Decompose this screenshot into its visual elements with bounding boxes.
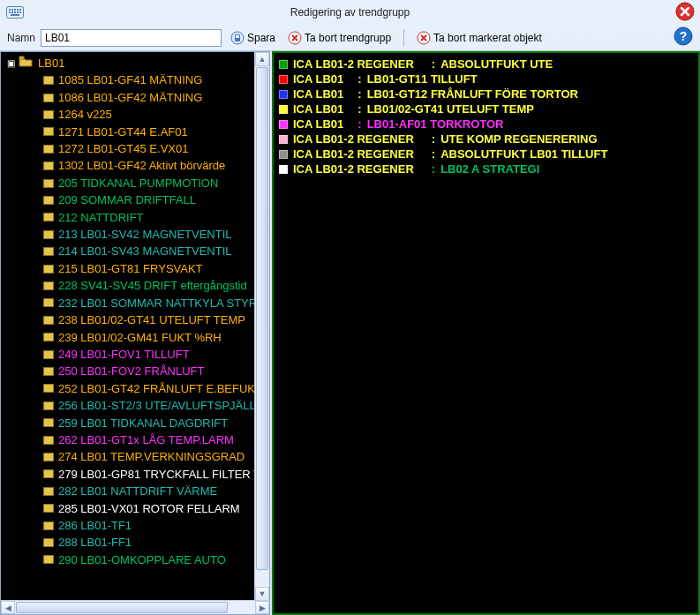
- tree-item[interactable]: 274 LB01 TEMP.VERKNINGSGRAD: [6, 448, 267, 465]
- svg-rect-7: [11, 11, 13, 13]
- list-item-colon: :: [358, 101, 361, 116]
- save-button[interactable]: Spara: [227, 29, 279, 47]
- tree-item[interactable]: 215 LB01-GT81 FRYSVAKT: [6, 260, 267, 277]
- tree-root-label: LB01: [38, 55, 64, 71]
- node-icon: [43, 161, 54, 170]
- list-item-group: ICA LB01-2 REGENER: [293, 146, 414, 161]
- color-swatch: [279, 75, 288, 84]
- tree-item-label: 252 LB01-GT42 FRÅNLUFT E.BEFUKT: [58, 380, 262, 397]
- tree-item[interactable]: 259 LB01 TIDKANAL DAGDRIFT: [6, 415, 267, 431]
- node-icon: [43, 247, 54, 256]
- tree-item-label: 232 LB01 SOMMAR NATTKYLA STYR.: [58, 295, 260, 311]
- color-swatch: [279, 60, 288, 69]
- tree-item[interactable]: 1272 LB01-GT45 E.VX01: [6, 140, 267, 157]
- tree-item[interactable]: 1264 v225: [6, 106, 267, 123]
- tree-item-label: 1085 LB01-GF41 MÄTNING: [58, 71, 202, 88]
- tree-item[interactable]: 213 LB01-SV42 MAGNETVENTIL: [6, 226, 267, 243]
- tree-item[interactable]: 249 LB01-FOV1 TILLUFT: [6, 346, 267, 363]
- node-icon: [43, 384, 54, 393]
- node-icon: [43, 179, 54, 188]
- scroll-thumb-h[interactable]: [16, 602, 228, 613]
- tree-item[interactable]: 205 TIDKANAL PUMPMOTION: [6, 175, 267, 191]
- list-item[interactable]: ICA LB01-2 REGENER: ABSOLUTFUKT UTE: [279, 56, 693, 71]
- tree-item-label: 262 LB01-GT1x LÅG TEMP.LARM: [58, 431, 234, 448]
- list-item[interactable]: ICA LB01: LB01-AF01 TORKROTOR: [279, 116, 693, 131]
- keyboard-icon[interactable]: [5, 4, 25, 20]
- node-icon: [43, 281, 54, 290]
- svg-rect-3: [14, 9, 16, 11]
- list-item-colon: :: [432, 146, 435, 161]
- node-icon: [43, 76, 54, 85]
- delete-object-button[interactable]: Ta bort markerat objekt: [413, 29, 546, 47]
- tree[interactable]: ▣ LB01 1085 LB01-GF41 MÄTNING1086 LB01-G…: [1, 52, 269, 614]
- delete-group-button[interactable]: Ta bort trendgrupp: [284, 29, 395, 47]
- tree-item[interactable]: 1271 LB01-GT44 E.AF01: [6, 124, 267, 140]
- node-icon: [43, 230, 54, 239]
- svg-rect-11: [11, 14, 19, 16]
- scroll-right-icon[interactable]: ▶: [255, 601, 269, 614]
- horizontal-scrollbar[interactable]: ◀ ▶: [1, 600, 269, 614]
- save-icon: [230, 31, 245, 45]
- save-label: Spara: [247, 32, 275, 44]
- tree-item[interactable]: 214 LB01-SV43 MAGNETVENTIL: [6, 243, 267, 259]
- list-item[interactable]: ICA LB01-2 REGENER: ABSOLUTFUKT LB01 TIL…: [279, 146, 693, 161]
- tree-item[interactable]: 209 SOMMAR DRIFTFALL: [6, 191, 267, 208]
- node-icon: [43, 453, 54, 461]
- tree-item-label: 250 LB01-FOV2 FRÅNLUFT: [58, 363, 204, 379]
- tree-item-label: 213 LB01-SV42 MAGNETVENTIL: [58, 226, 232, 243]
- scroll-up-icon[interactable]: ▲: [255, 52, 269, 66]
- tree-root[interactable]: ▣ LB01: [6, 55, 267, 71]
- list-item[interactable]: ICA LB01: LB01/02-GT41 UTELUFT TEMP: [279, 101, 693, 116]
- list-item-value: LB01/02-GT41 UTELUFT TEMP: [367, 101, 534, 116]
- window-title: Redigering av trendgrupp: [0, 6, 700, 19]
- delete-group-label: Ta bort trendgrupp: [305, 32, 391, 44]
- tree-item-label: 288 LB01-FF1: [58, 534, 132, 551]
- scroll-left-icon[interactable]: ◀: [1, 601, 15, 614]
- node-icon: [43, 418, 54, 427]
- tree-item-label: 282 LB01 NATTDRIFT VÄRME: [58, 483, 217, 499]
- help-icon[interactable]: ?: [674, 26, 693, 49]
- tree-item[interactable]: 228 SV41-SV45 DRIFT eftergångstid: [6, 277, 267, 294]
- svg-rect-5: [19, 9, 21, 11]
- list-item[interactable]: ICA LB01-2 REGENER: UTE KOMP REGENERERIN…: [279, 131, 693, 146]
- tree-item-label: 1302 LB01-GF42 Aktivt börvärde: [58, 157, 225, 174]
- color-swatch: [279, 165, 288, 174]
- tree-item[interactable]: 250 LB01-FOV2 FRÅNLUFT: [6, 363, 267, 379]
- tree-item[interactable]: 288 LB01-FF1: [6, 534, 267, 551]
- tree-item[interactable]: 1302 LB01-GF42 Aktivt börvärde: [6, 157, 267, 174]
- tree-item[interactable]: 279 LB01-GP81 TRYCKFALL FILTER T: [6, 466, 267, 483]
- vertical-scrollbar[interactable]: ▲ ▼: [254, 52, 269, 601]
- delete-group-icon: [288, 31, 302, 45]
- tree-item[interactable]: 290 LB01-OMKOPPLARE AUTO: [6, 551, 267, 568]
- tree-item[interactable]: 252 LB01-GT42 FRÅNLUFT E.BEFUKT: [6, 380, 267, 397]
- tree-item[interactable]: 262 LB01-GT1x LÅG TEMP.LARM: [6, 431, 267, 448]
- tree-item[interactable]: 239 LB01/02-GM41 FUKT %RH: [6, 329, 267, 346]
- name-input[interactable]: [41, 29, 222, 47]
- tree-item[interactable]: 1085 LB01-GF41 MÄTNING: [6, 71, 267, 88]
- tree-item[interactable]: 238 LB01/02-GT41 UTELUFT TEMP: [6, 311, 267, 328]
- titlebar: Redigering av trendgrupp: [0, 0, 700, 25]
- list-item[interactable]: ICA LB01: LB01-GT11 TILLUFT: [279, 71, 693, 86]
- tree-item[interactable]: 256 LB01-ST2/3 UTE/AVLUFTSPJÄLL: [6, 397, 267, 414]
- list-item-group: ICA LB01: [293, 71, 343, 86]
- scroll-down-icon[interactable]: ▼: [255, 587, 269, 601]
- node-icon: [43, 436, 54, 445]
- close-icon[interactable]: [675, 2, 695, 24]
- node-icon: [43, 401, 54, 410]
- list-item[interactable]: ICA LB01: LB01-GT12 FRÅNLUFT FÖRE TORTOR: [279, 86, 693, 101]
- tree-item[interactable]: 286 LB01-TF1: [6, 517, 267, 534]
- svg-rect-4: [17, 9, 19, 11]
- tree-item[interactable]: 232 LB01 SOMMAR NATTKYLA STYR.: [6, 295, 267, 311]
- tree-item[interactable]: 282 LB01 NATTDRIFT VÄRME: [6, 483, 267, 499]
- right-list[interactable]: ICA LB01-2 REGENER: ABSOLUTFUKT UTEICA L…: [274, 53, 698, 180]
- tree-item[interactable]: 212 NATTDRIFT: [6, 209, 267, 226]
- tree-item[interactable]: 1086 LB01-GF42 MÄTNING: [6, 89, 267, 106]
- list-item-value: UTE KOMP REGENERERING: [440, 131, 597, 146]
- scroll-thumb-v[interactable]: [256, 67, 268, 570]
- list-item[interactable]: ICA LB01-2 REGENER: LB02 A STRATEGI: [279, 161, 693, 176]
- node-icon: [43, 213, 54, 221]
- tree-item[interactable]: 285 LB01-VX01 ROTOR FELLARM: [6, 500, 267, 517]
- collapse-icon[interactable]: ▣: [6, 59, 15, 68]
- list-item-value: LB01-GT11 TILLUFT: [367, 71, 478, 86]
- folder-icon: [19, 55, 33, 71]
